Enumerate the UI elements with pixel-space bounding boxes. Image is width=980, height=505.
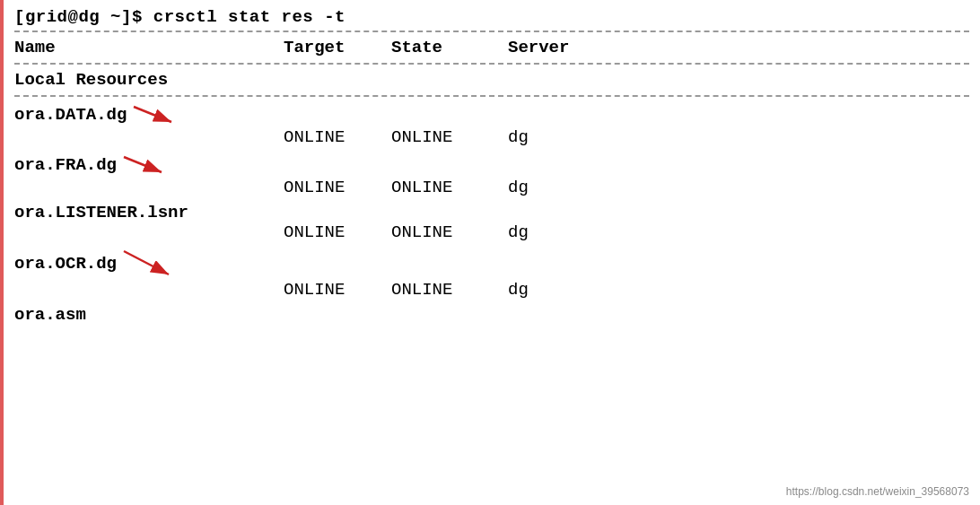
header-name: Name [14, 38, 284, 57]
resource-data-row-data: ONLINE ONLINE dg [14, 127, 969, 147]
resource-name-row-ocr: ora.OCR.dg [14, 248, 969, 280]
resource-listener-name-spacer [14, 222, 284, 242]
left-border-decoration [0, 0, 4, 505]
resource-fra-state: ONLINE [391, 178, 508, 197]
resource-data-name-spacer [14, 127, 284, 147]
watermark: https://blog.csdn.net/weixin_39568073 [786, 485, 969, 498]
resource-ora-ocr-dg: ora.OCR.dg ONLINE ONLINE [14, 248, 969, 300]
resource-name-listener: ora.LISTENER.lsnr [14, 203, 188, 222]
resource-ocr-state: ONLINE [391, 280, 508, 300]
resource-fra-name-spacer [14, 178, 284, 197]
resource-ora-asm: ora.asm [14, 305, 969, 325]
terminal-window: [grid@dg ~]$ crsctl stat res -t Name Tar… [0, 0, 980, 505]
resources-list: ora.DATA.dg ONLINE ONLINE [14, 102, 969, 325]
dashed-separator-3 [14, 95, 969, 97]
resource-listener-state: ONLINE [391, 222, 508, 242]
resource-data-target: ONLINE [284, 127, 391, 147]
svg-line-5 [124, 251, 169, 274]
resource-ocr-server: dg [508, 280, 687, 300]
table-header: Name Target State Server [14, 38, 969, 57]
arrow-icon-data [132, 102, 177, 127]
resource-name-fra: ora.FRA.dg [14, 155, 117, 175]
resource-ora-fra-dg: ora.FRA.dg ONLINE ONLINE [14, 152, 969, 197]
svg-line-3 [124, 157, 162, 172]
dashed-separator-2 [14, 63, 969, 65]
resource-name-row-asm: ora.asm [14, 305, 969, 325]
resource-listener-server: dg [508, 222, 687, 242]
resource-name-ocr: ora.OCR.dg [14, 254, 117, 274]
resource-data-state: ONLINE [391, 127, 508, 147]
terminal-content: [grid@dg ~]$ crsctl stat res -t Name Tar… [0, 0, 980, 334]
resource-name-asm: ora.asm [14, 305, 86, 325]
resource-ocr-target: ONLINE [284, 280, 391, 300]
resource-ocr-name-spacer [14, 280, 284, 300]
resource-ora-listener-lsnr: ora.LISTENER.lsnr ONLINE ONLINE dg [14, 203, 969, 242]
resource-data-row-fra: ONLINE ONLINE dg [14, 178, 969, 197]
arrow-icon-fra [122, 152, 167, 178]
resource-listener-target: ONLINE [284, 222, 391, 242]
prompt-line: [grid@dg ~]$ crsctl stat res -t [14, 7, 969, 27]
resource-data-row-listener: ONLINE ONLINE dg [14, 222, 969, 242]
header-server: Server [508, 38, 687, 57]
arrow-icon-ocr [122, 248, 176, 280]
resource-data-server: dg [508, 127, 687, 147]
resource-name-row-fra: ora.FRA.dg [14, 152, 969, 178]
dashed-separator-1 [14, 30, 969, 32]
header-target: Target [284, 38, 391, 57]
resource-name-data: ora.DATA.dg [14, 105, 127, 125]
resource-fra-server: dg [508, 178, 687, 197]
resource-fra-target: ONLINE [284, 178, 391, 197]
section-label: Local Resources [14, 70, 969, 90]
resource-data-row-ocr: ONLINE ONLINE dg [14, 280, 969, 300]
resource-name-row-data: ora.DATA.dg [14, 102, 969, 127]
svg-line-1 [134, 107, 171, 122]
resource-ora-data-dg: ora.DATA.dg ONLINE ONLINE [14, 102, 969, 147]
header-state: State [391, 38, 508, 57]
resource-name-row-listener: ora.LISTENER.lsnr [14, 203, 969, 222]
